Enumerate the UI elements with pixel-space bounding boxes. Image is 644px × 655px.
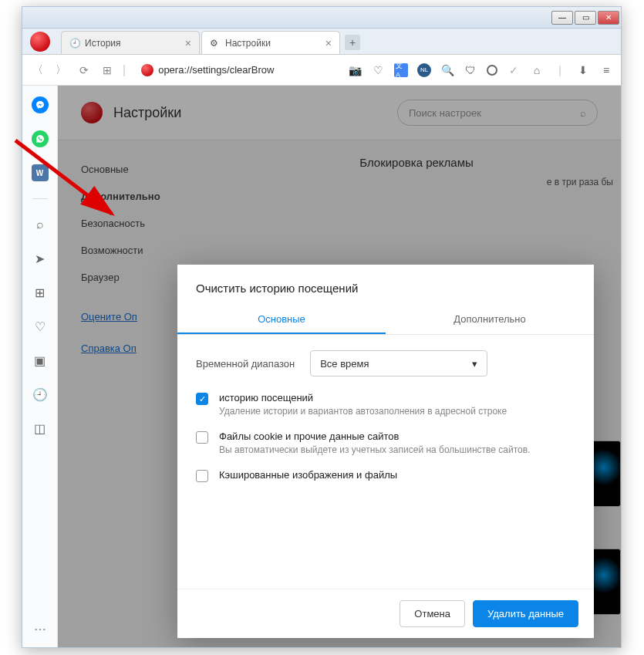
- news-icon[interactable]: ▣: [32, 352, 49, 369]
- divider: [32, 198, 48, 199]
- home-icon[interactable]: ⌂: [530, 63, 544, 77]
- back-button[interactable]: 〈: [30, 62, 46, 78]
- shield-icon[interactable]: 🛡: [464, 63, 477, 77]
- time-range-select[interactable]: Все время ▾: [310, 350, 487, 376]
- search-icon[interactable]: ⌕: [32, 216, 49, 233]
- browser-window: — ▭ ✕ 🕘 История × ⚙ Настройки × + 〈 〉 ⟳ …: [22, 6, 622, 648]
- select-value: Все время: [320, 358, 369, 370]
- tab-bar: 🕘 История × ⚙ Настройки × +: [22, 29, 621, 55]
- easy-setup-icon[interactable]: ≡: [599, 63, 613, 77]
- speed-dial-icon[interactable]: ⊞: [99, 62, 115, 78]
- tab-settings[interactable]: ⚙ Настройки ×: [201, 31, 340, 54]
- apps-icon[interactable]: ⊞: [32, 284, 49, 301]
- checkbox-cache[interactable]: [196, 470, 208, 482]
- send-icon[interactable]: ➤: [32, 250, 49, 267]
- extension-icon[interactable]: NL: [417, 63, 431, 77]
- range-label: Временной диапазон: [196, 358, 295, 370]
- checkmark-icon[interactable]: ✓: [507, 63, 521, 77]
- camera-icon[interactable]: 📷: [348, 63, 362, 77]
- chevron-down-icon: ▾: [472, 358, 477, 370]
- time-range-row: Временной диапазон Все время ▾: [196, 350, 575, 376]
- history-icon[interactable]: 🕘: [32, 386, 49, 403]
- toolbar-actions: 📷 ♡ 文A NL 🔍 🛡 ✓ ⌂ | ⬇ ≡: [348, 63, 613, 77]
- heart-icon[interactable]: ♡: [371, 63, 385, 77]
- close-tab-icon[interactable]: ×: [185, 37, 191, 49]
- maximize-button[interactable]: ▭: [575, 11, 596, 25]
- heart-icon[interactable]: ♡: [32, 318, 49, 335]
- modal-tabs: Основные Дополнительно: [177, 306, 594, 335]
- delete-data-button[interactable]: Удалить данные: [473, 600, 578, 627]
- clock-icon: 🕘: [69, 38, 80, 49]
- opera-menu-icon[interactable]: [30, 32, 50, 52]
- toolbar: 〈 〉 ⟳ ⊞ | opera://settings/clearBrow 📷 ♡…: [22, 55, 621, 86]
- option-desc: Вы автоматически выйдете из учетных запи…: [219, 444, 530, 455]
- tab-label: История: [85, 38, 121, 49]
- modal-tab-advanced[interactable]: Дополнительно: [386, 306, 594, 334]
- main-area: Настройки Поиск настроек ⌕ Основные Допо…: [58, 86, 621, 647]
- modal-body: Временной диапазон Все время ▾ ✓ историю…: [177, 335, 594, 589]
- option-cookies[interactable]: Файлы cookie и прочие данные сайтов Вы а…: [196, 430, 575, 455]
- vk-icon[interactable]: W: [32, 164, 49, 181]
- content: W ⌕ ➤ ⊞ ♡ ▣ 🕘 ◫ ⋯ Настройки Поиск настро…: [22, 86, 621, 647]
- tab-history[interactable]: 🕘 История ×: [61, 31, 200, 54]
- new-tab-button[interactable]: +: [345, 35, 360, 50]
- url-text: opera://settings/clearBrow: [158, 64, 274, 76]
- address-bar[interactable]: opera://settings/clearBrow: [141, 64, 274, 76]
- cancel-button[interactable]: Отмена: [400, 600, 465, 627]
- option-desc: Удаление истории и вариантов автозаполне…: [219, 406, 507, 417]
- option-text: Кэшированные изображения и файлы: [219, 469, 397, 482]
- forward-button[interactable]: 〉: [53, 62, 69, 78]
- more-icon[interactable]: ⋯: [34, 622, 46, 636]
- package-icon[interactable]: ◫: [32, 420, 49, 437]
- sidebar-rail: W ⌕ ➤ ⊞ ♡ ▣ 🕘 ◫ ⋯: [22, 86, 58, 647]
- option-title: историю посещений: [219, 392, 507, 403]
- opera-ext-icon[interactable]: [487, 65, 497, 76]
- window-titlebar: — ▭ ✕: [22, 7, 621, 29]
- option-text: Файлы cookie и прочие данные сайтов Вы а…: [219, 430, 530, 455]
- separator: |: [553, 63, 567, 77]
- close-window-button[interactable]: ✕: [598, 11, 619, 25]
- option-title: Кэшированные изображения и файлы: [219, 469, 397, 481]
- modal-footer: Отмена Удалить данные: [177, 589, 594, 638]
- translate-icon[interactable]: 文A: [394, 63, 408, 77]
- modal-title: Очистить историю посещений: [177, 265, 594, 306]
- tab-label: Настройки: [225, 38, 271, 49]
- download-icon[interactable]: ⬇: [576, 63, 590, 77]
- option-history[interactable]: ✓ историю посещений Удаление истории и в…: [196, 392, 575, 417]
- checkbox-cookies[interactable]: [196, 431, 208, 444]
- zoom-icon[interactable]: 🔍: [440, 63, 454, 77]
- modal-tab-basic[interactable]: Основные: [177, 306, 386, 334]
- reload-button[interactable]: ⟳: [76, 62, 92, 78]
- opera-icon: [141, 64, 153, 76]
- whatsapp-icon[interactable]: [32, 130, 49, 147]
- checkbox-history[interactable]: ✓: [196, 393, 208, 405]
- separator: |: [123, 63, 126, 77]
- gear-icon: ⚙: [210, 38, 221, 49]
- option-title: Файлы cookie и прочие данные сайтов: [219, 430, 530, 442]
- option-text: историю посещений Удаление истории и вар…: [219, 392, 507, 417]
- minimize-button[interactable]: —: [551, 11, 573, 25]
- messenger-icon[interactable]: [32, 96, 49, 113]
- close-tab-icon[interactable]: ×: [325, 37, 332, 49]
- option-cache[interactable]: Кэшированные изображения и файлы: [196, 469, 575, 482]
- clear-history-modal: Очистить историю посещений Основные Допо…: [177, 265, 594, 638]
